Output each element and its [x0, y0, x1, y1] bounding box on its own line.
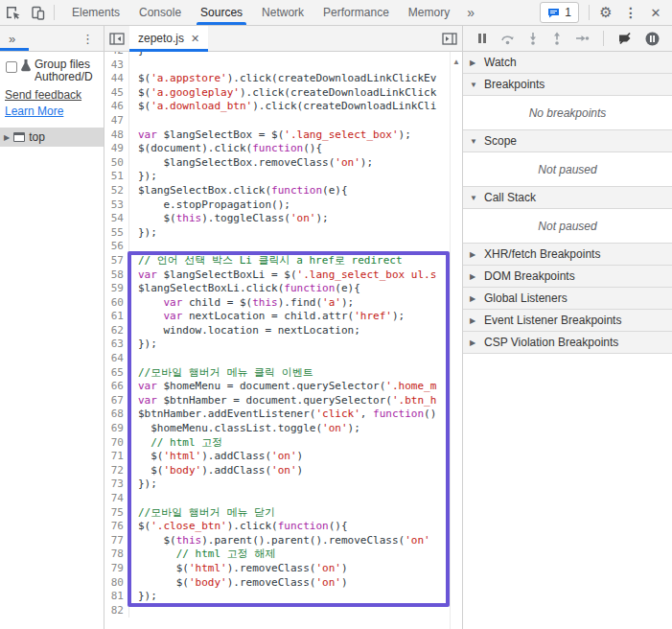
console-messages-badge[interactable]: 1 [540, 2, 579, 23]
show-debugger-icon[interactable] [437, 26, 462, 51]
file-tab-label: zepeto.js [138, 32, 184, 45]
line-number[interactable]: 72 [104, 464, 129, 478]
line-number[interactable]: 78 [104, 547, 129, 562]
more-options-icon[interactable]: ⋮ [618, 0, 643, 25]
code-text: $('body').addClass('on') [129, 464, 303, 478]
line-number[interactable]: 75 [104, 506, 129, 521]
line-number[interactable]: 52 [104, 184, 129, 198]
close-devtools-icon[interactable]: ✕ [643, 0, 668, 25]
navigator-tabs-header: » ⋮ [0, 26, 104, 51]
line-number[interactable]: 46 [104, 100, 129, 114]
line-number[interactable]: 44 [104, 72, 129, 86]
more-panels-chevron[interactable]: » [459, 5, 482, 20]
code-text: //모바일 햄버거 메뉴 닫기 [129, 506, 275, 521]
device-toolbar-icon[interactable] [25, 0, 50, 25]
line-number[interactable]: 68 [104, 408, 129, 422]
code-editor[interactable]: 42}4344$('a.appstore').click(createDownl… [104, 52, 463, 629]
send-feedback-link[interactable]: Send feedback [5, 88, 104, 102]
line-number[interactable]: 50 [104, 156, 129, 171]
code-line: 59$langSelectBoxLi.click(function(e){ [104, 282, 462, 296]
step-over-icon[interactable] [500, 33, 515, 45]
line-number[interactable]: 48 [104, 128, 129, 143]
line-number[interactable]: 51 [104, 170, 129, 184]
line-number[interactable]: 49 [104, 142, 129, 156]
section-header-event-listener-breakpoints[interactable]: ▶Event Listener Breakpoints [463, 310, 672, 332]
line-number[interactable]: 81 [104, 590, 129, 604]
line-number[interactable]: 56 [104, 240, 129, 254]
line-number[interactable]: 70 [104, 436, 129, 451]
expand-triangle-icon[interactable]: ▶ [4, 133, 10, 142]
settings-gear-icon[interactable]: ⚙ [593, 0, 618, 25]
pause-script-icon[interactable] [476, 33, 488, 44]
line-number[interactable]: 73 [104, 478, 129, 492]
line-number[interactable]: 57 [104, 254, 129, 268]
line-number[interactable]: 58 [104, 268, 129, 283]
triangle-right-icon: ▶ [470, 338, 477, 347]
step-out-icon[interactable] [551, 32, 563, 45]
section-header-scope[interactable]: ▼Scope [463, 130, 672, 152]
line-number[interactable]: 66 [104, 380, 129, 394]
editor-scrollbar[interactable]: ▲ [450, 52, 462, 629]
section-header-watch[interactable]: ▶Watch [463, 52, 672, 74]
line-number[interactable]: 77 [104, 534, 129, 548]
pause-on-exceptions-icon[interactable] [645, 32, 660, 46]
main-tab-console[interactable]: Console [129, 0, 191, 25]
line-number[interactable]: 53 [104, 198, 129, 213]
line-number[interactable]: 74 [104, 492, 129, 506]
line-number[interactable]: 64 [104, 352, 129, 366]
deactivate-breakpoints-icon[interactable] [617, 32, 633, 45]
triangle-down-icon: ▼ [470, 137, 477, 146]
line-number[interactable]: 67 [104, 394, 129, 408]
main-tab-memory[interactable]: Memory [399, 0, 459, 25]
line-number[interactable]: 80 [104, 576, 129, 591]
navigator-more-options-icon[interactable]: ⋮ [72, 32, 104, 46]
line-number[interactable]: 65 [104, 366, 129, 381]
navigator-more-tabs-chevron[interactable]: » [0, 32, 24, 46]
triangle-right-icon: ▶ [470, 272, 477, 281]
line-number[interactable]: 47 [104, 114, 129, 128]
step-icon[interactable] [575, 33, 590, 44]
code-line: 82 [104, 604, 462, 618]
line-number[interactable]: 79 [104, 562, 129, 576]
section-header-breakpoints[interactable]: ▼Breakpoints [463, 74, 672, 96]
code-text: $('a.appstore').click(createDownloadLink… [129, 72, 436, 86]
toolbar-right-controls: 1 ⚙ ⋮ ✕ [540, 0, 672, 25]
line-number[interactable]: 54 [104, 212, 129, 226]
learn-more-link[interactable]: Learn More [5, 105, 104, 118]
line-number[interactable]: 71 [104, 450, 129, 464]
main-tab-sources[interactable]: Sources [191, 0, 252, 25]
line-number[interactable]: 62 [104, 324, 129, 338]
file-tab-zepeto-js[interactable]: zepeto.js ✕ [129, 26, 208, 52]
group-files-checkbox[interactable] [6, 61, 17, 73]
main-tab-performance[interactable]: Performance [313, 0, 399, 25]
section-header-dom-breakpoints[interactable]: ▶DOM Breakpoints [463, 266, 672, 288]
code-line: 81}); [104, 590, 462, 604]
line-number[interactable]: 59 [104, 282, 129, 296]
debugger-sidebar: ▶Watch▼BreakpointsNo breakpoints▼ScopeNo… [463, 52, 672, 629]
line-number[interactable]: 55 [104, 226, 129, 241]
inspect-element-icon[interactable] [0, 0, 25, 25]
main-tab-network[interactable]: Network [252, 0, 313, 25]
code-text: }); [129, 478, 157, 492]
line-number[interactable]: 61 [104, 310, 129, 324]
line-number[interactable]: 43 [104, 58, 129, 73]
line-number[interactable]: 45 [104, 86, 129, 101]
line-number[interactable]: 42 [104, 52, 129, 58]
line-number[interactable]: 76 [104, 520, 129, 534]
section-header-global-listeners[interactable]: ▶Global Listeners [463, 288, 672, 310]
main-tab-elements[interactable]: Elements [62, 0, 129, 25]
code-text: $langSelectBox.removeClass('on'); [129, 156, 373, 171]
scroll-up-arrow-icon[interactable]: ▲ [451, 52, 462, 66]
section-header-csp-violation-breakpoints[interactable]: ▶CSP Violation Breakpoints [463, 332, 672, 354]
frame-icon [13, 132, 25, 142]
close-tab-icon[interactable]: ✕ [191, 33, 199, 45]
step-into-icon[interactable] [527, 32, 539, 45]
section-header-xhr-fetch-breakpoints[interactable]: ▶XHR/fetch Breakpoints [463, 244, 672, 266]
line-number[interactable]: 82 [104, 604, 129, 618]
hide-navigator-icon[interactable] [104, 26, 129, 51]
line-number[interactable]: 63 [104, 338, 129, 352]
frame-tree-item-top[interactable]: ▶ top [0, 128, 104, 147]
line-number[interactable]: 60 [104, 296, 129, 311]
line-number[interactable]: 69 [104, 422, 129, 436]
section-header-call-stack[interactable]: ▼Call Stack [463, 187, 672, 209]
